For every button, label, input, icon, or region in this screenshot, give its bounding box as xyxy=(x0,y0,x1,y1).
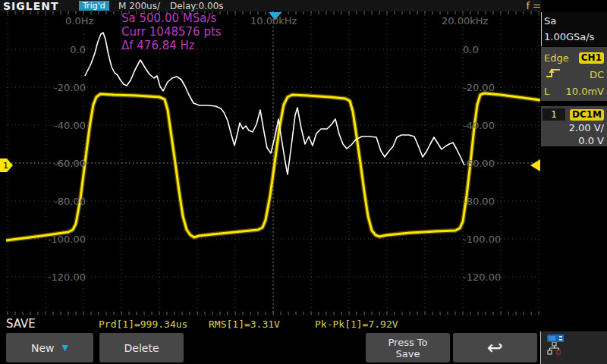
acquisition-info-box: Sa 1.00GSa/s Curr 2.80Mpts xyxy=(541,12,607,46)
db-label: -20.00 xyxy=(30,82,86,93)
usb-icon xyxy=(547,334,564,342)
delete-button-label: Delete xyxy=(124,342,159,354)
siglent-logo: SIGLENT xyxy=(3,0,59,12)
status-row: SAVE Prd[1]=999.34us RMS[1]=3.31V Pk-Pk[… xyxy=(0,316,607,331)
channel1-marker-number: 1 xyxy=(3,161,8,171)
timebase-readout[interactable]: M 200us/ xyxy=(118,1,160,11)
press-to-save-button[interactable]: Press To Save xyxy=(366,333,450,362)
trigger-status-badge: Trig'd xyxy=(79,1,109,11)
fft-delta-f: Δf 476.84 Hz xyxy=(121,39,222,52)
db-label: 0.0 xyxy=(463,44,524,55)
db-label: -60.00 xyxy=(463,158,524,168)
down-arrow-icon: ▼ xyxy=(62,343,68,353)
channel1-settings-box[interactable]: 1 DC1M 2.00 V/ 0.0 V xyxy=(541,106,607,146)
trigger-level-label: L xyxy=(544,86,549,97)
waveform-area: 1 0.0Hz 10.00kHz 20.00kHz 0.0 -20.00 -40… xyxy=(0,11,541,318)
sample-rate-readout: Sa 1.00GSa/s xyxy=(544,13,605,45)
measurement-period: Prd[1]=999.34us xyxy=(99,318,187,330)
db-label: -80.00 xyxy=(463,196,524,206)
fft-freq-label-2: 20.00kHz xyxy=(442,15,488,27)
io-status-cell xyxy=(540,331,607,364)
db-label: -120.00 xyxy=(30,271,86,282)
trigger-coupling-label: DC xyxy=(590,69,604,80)
db-label: -80.00 xyxy=(30,196,86,206)
trigger-level-value: 10.0mV xyxy=(565,86,604,97)
fft-sample-rate: Sa 500.00 MSa/s xyxy=(121,11,222,25)
rising-edge-icon xyxy=(544,67,562,82)
fft-freq-label-0: 0.0Hz xyxy=(65,15,93,27)
trigger-source-badge: CH1 xyxy=(579,52,604,64)
top-status-bar: SIGLENT Trig'd M 200us/ Delay:0.00s f = … xyxy=(0,0,607,11)
right-sidebar: Sa 1.00GSa/s Curr 2.80Mpts Edge CH1 DC L… xyxy=(541,0,607,364)
fft-info-readout: Sa 500.00 MSa/s Curr 1048576 pts Δf 476.… xyxy=(121,11,222,52)
lan-icon xyxy=(547,342,561,356)
new-button[interactable]: New ▼ xyxy=(6,333,93,362)
back-button[interactable]: ↩ xyxy=(453,333,537,362)
channel-volts-per-div: 2.00 V/ xyxy=(543,121,604,134)
db-label: -100.00 xyxy=(463,234,524,244)
db-label: -100.00 xyxy=(30,234,86,244)
fft-freq-label-1: 10.00kHz xyxy=(250,15,297,27)
trigger-settings-box[interactable]: Edge CH1 DC L 10.0mV xyxy=(541,47,607,101)
return-arrow-icon: ↩ xyxy=(487,337,503,359)
trigger-delay-readout[interactable]: Delay:0.00s xyxy=(170,1,224,11)
trigger-type-label: Edge xyxy=(544,52,569,64)
trigger-level-marker[interactable] xyxy=(530,159,540,171)
new-button-label: New xyxy=(31,342,55,354)
db-label: -40.00 xyxy=(30,120,86,130)
measurement-pkpk: Pk-Pk[1]=7.92V xyxy=(315,318,398,330)
save-button-label-line2: Save xyxy=(396,348,420,359)
delete-button[interactable]: Delete xyxy=(99,333,184,362)
channel-coupling-badge: DC1M xyxy=(570,109,604,121)
db-label: -120.00 xyxy=(463,271,524,282)
db-label: -60.00 xyxy=(30,158,86,168)
oscilloscope-screen: SIGLENT Trig'd M 200us/ Delay:0.00s f = … xyxy=(0,0,607,364)
bottom-menu-bar: New ▼ Delete Press To Save ↩ xyxy=(0,331,607,364)
save-button-label-line1: Press To xyxy=(388,337,427,348)
measurement-rms: RMS[1]=3.31V xyxy=(209,318,280,330)
db-label: -40.00 xyxy=(463,120,524,130)
channel-number-cell: 1 xyxy=(543,108,565,121)
db-label: 0.0 xyxy=(30,44,86,55)
channel-offset: 0.0 V xyxy=(543,134,604,147)
fft-points: Curr 1048576 pts xyxy=(121,25,222,39)
db-label: -20.00 xyxy=(463,82,524,93)
menu-title: SAVE xyxy=(6,317,36,331)
